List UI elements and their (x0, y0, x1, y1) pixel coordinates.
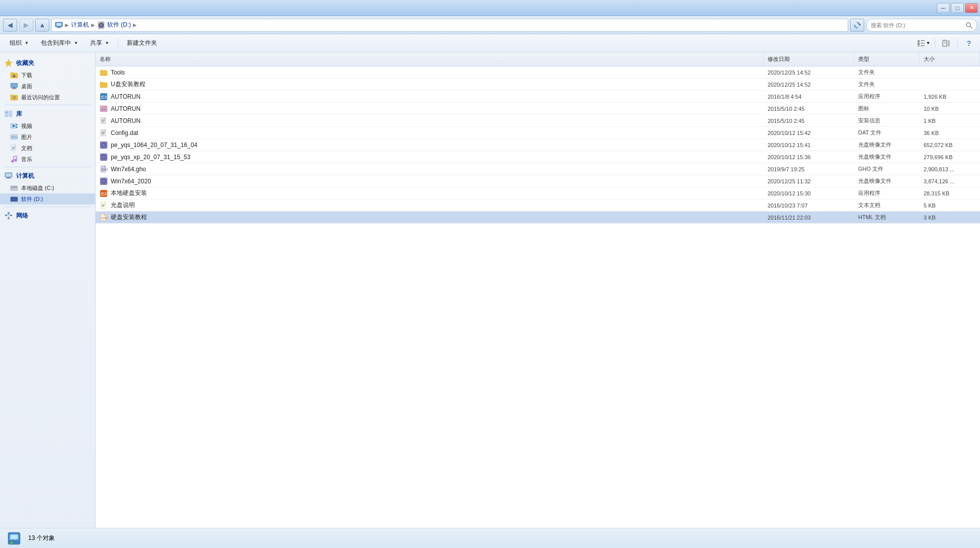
col-name[interactable]: 名称 (96, 52, 764, 66)
download-folder-icon (10, 71, 18, 79)
breadcrumb-arrow-3: ▶ (133, 22, 137, 28)
file-date: 2020/10/12 15:42 (764, 130, 854, 136)
file-type: 应用程序 (854, 189, 920, 197)
sidebar-header-network[interactable]: 网络 (0, 209, 95, 222)
computer-sidebar-icon (4, 171, 13, 180)
refresh-icon (854, 22, 861, 29)
up-button[interactable]: ▲ (35, 19, 49, 32)
file-icon (100, 117, 108, 125)
col-type[interactable]: 类型 (854, 52, 920, 66)
file-size: 3,874,126 ... (920, 178, 980, 184)
svg-point-7 (101, 25, 102, 26)
sidebar-item-pictures[interactable]: 图片 (0, 131, 95, 143)
svg-rect-31 (9, 111, 12, 117)
sidebar-item-d-drive[interactable]: 软件 (D:) (0, 193, 95, 204)
svg-point-67 (102, 107, 103, 108)
view-icon (917, 39, 925, 47)
svg-rect-66 (100, 106, 107, 112)
search-input[interactable] (871, 22, 963, 28)
file-icon: GHO (100, 165, 108, 173)
sidebar-item-download[interactable]: 下载 (0, 70, 95, 81)
breadcrumb-computer[interactable] (55, 21, 63, 29)
close-button[interactable]: ✕ (965, 3, 978, 13)
svg-marker-21 (5, 59, 12, 66)
file-row[interactable]: EX AUTORUN 2016/1/8 4:54 应用程序 1,926 KB (96, 91, 980, 103)
sidebar-header-library[interactable]: 库 (0, 107, 95, 120)
window-controls: ─ □ ✕ (937, 3, 978, 13)
file-row[interactable]: AUTORUN 2015/5/10 2:45 安装信息 1 KB (96, 115, 980, 127)
svg-rect-16 (921, 45, 925, 46)
file-icon: EX (100, 189, 108, 197)
svg-point-101 (10, 541, 13, 544)
svg-rect-13 (918, 43, 920, 45)
file-type: 文件夹 (854, 68, 920, 76)
file-row[interactable]: 光盘说明 2016/10/23 7:07 文本文档 5 KB (96, 199, 980, 212)
include-button[interactable]: 包含到库中 ▼ (35, 36, 84, 50)
music-folder-icon (10, 155, 18, 163)
file-name: GHO Win7x64.gho (96, 165, 764, 173)
sidebar-item-recent[interactable]: 最近访问的位置 (0, 92, 95, 103)
svg-rect-59 (8, 218, 10, 219)
status-bar: 13 个对象 (0, 528, 980, 548)
preview-icon (942, 39, 950, 47)
breadcrumb-drive[interactable]: 软件 (D:) (97, 21, 131, 29)
svg-point-51 (16, 187, 17, 188)
sidebar-header-favorites[interactable]: 收藏夹 (0, 56, 95, 70)
back-button[interactable]: ◀ (3, 19, 17, 32)
sidebar-item-documents[interactable]: 文档 (0, 143, 95, 154)
toolbar-right: ▼ ? (917, 36, 976, 50)
svg-rect-56 (8, 212, 10, 214)
sidebar-item-desktop[interactable]: 桌面 (0, 81, 95, 92)
file-name: Win7x64_2020 (96, 177, 764, 185)
sidebar-item-video[interactable]: 视频 (0, 120, 95, 131)
sidebar-item-music[interactable]: 音乐 (0, 154, 95, 165)
preview-button[interactable] (939, 36, 953, 50)
file-date: 2020/10/12 15:41 (764, 142, 854, 148)
file-icon (100, 153, 108, 161)
file-row[interactable]: GHO Win7x64.gho 2019/9/7 19:25 GHO 文件 2,… (96, 163, 980, 175)
file-name: pe_yqs_xp_20_07_31_15_53 (96, 153, 764, 161)
file-size: 3 KB (920, 215, 980, 221)
folder-download-icon (10, 71, 18, 79)
file-row[interactable]: EX 本地硬盘安装 2020/10/12 15:30 应用程序 28,315 K… (96, 187, 980, 199)
sidebar-divider-2 (4, 167, 91, 167)
file-type: DAT 文件 (854, 129, 920, 136)
file-row[interactable]: HTML 硬盘安装教程 2016/11/21 22:03 HTML 文档 3 K… (96, 212, 980, 224)
breadcrumb-computer-label[interactable]: 计算机 (71, 21, 89, 29)
file-row[interactable]: pe_yqs_1064_20_07_31_16_04 2020/10/12 15… (96, 139, 980, 151)
file-type: 光盘映像文件 (854, 177, 920, 185)
file-row[interactable]: pe_yqs_xp_20_07_31_15_53 2020/10/12 15:3… (96, 151, 980, 163)
forward-button[interactable]: ▶ (19, 19, 33, 32)
refresh-button[interactable] (850, 19, 864, 32)
organize-button[interactable]: 组织 ▼ (4, 36, 34, 50)
new-folder-button[interactable]: 新建文件夹 (121, 36, 163, 50)
pictures-icon (10, 133, 18, 141)
col-modified[interactable]: 修改日期 (764, 52, 854, 66)
library-icon (4, 109, 13, 118)
share-button[interactable]: 共享 ▼ (85, 36, 115, 50)
help-button[interactable]: ? (962, 36, 976, 50)
file-row[interactable]: Config.dat 2020/10/12 15:42 DAT 文件 36 KB (96, 127, 980, 139)
drive-icon (97, 21, 105, 29)
help-icon: ? (967, 39, 971, 47)
local-disk-icon (10, 184, 18, 192)
svg-rect-25 (13, 88, 16, 89)
minimize-button[interactable]: ─ (937, 3, 950, 13)
view-button[interactable]: ▼ (917, 36, 931, 50)
col-size[interactable]: 大小 (920, 52, 980, 66)
sidebar-header-computer[interactable]: 计算机 (0, 169, 95, 182)
sidebar-item-c-drive[interactable]: 本地磁盘 (C:) (0, 182, 95, 193)
file-name: Tools (96, 68, 764, 77)
breadcrumb-arrow-2: ▶ (91, 22, 95, 28)
svg-rect-35 (16, 124, 18, 125)
status-icon (6, 530, 22, 546)
svg-point-43 (12, 160, 14, 163)
svg-rect-2 (57, 27, 60, 28)
file-row[interactable]: Win7x64_2020 2020/12/25 11:32 光盘映像文件 3,8… (96, 175, 980, 187)
file-row[interactable]: AUTORUN 2015/5/10 2:45 图标 10 KB (96, 103, 980, 115)
file-row[interactable]: U盘安装教程 2020/12/25 14:52 文件夹 (96, 79, 980, 91)
file-row[interactable]: Tools 2020/12/25 14:52 文件夹 (96, 66, 980, 79)
file-type: 应用程序 (854, 93, 920, 100)
svg-text:EX: EX (101, 191, 107, 196)
maximize-button[interactable]: □ (951, 3, 964, 13)
